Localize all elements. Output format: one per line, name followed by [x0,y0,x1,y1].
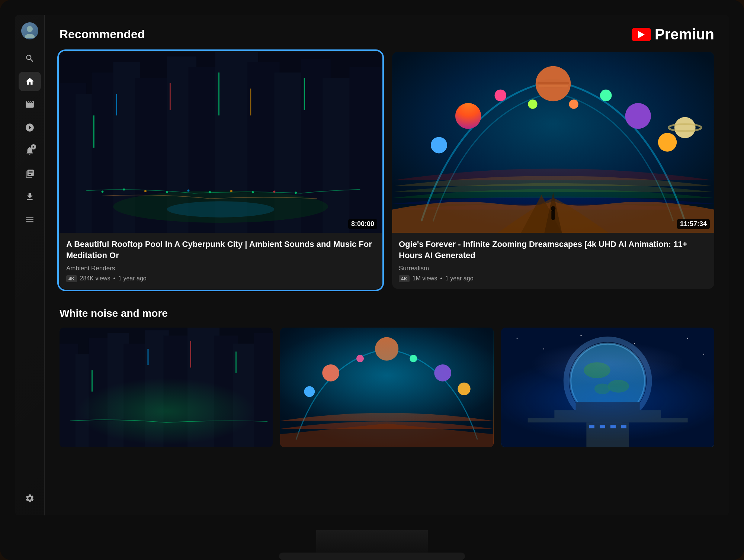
sidebar-item-settings[interactable] [19,489,41,508]
svg-rect-71 [235,351,237,373]
youtube-play-icon [638,31,645,38]
settings-icon [25,493,35,503]
svg-point-87 [703,354,704,355]
svg-point-83 [543,348,544,349]
svg-point-89 [570,343,645,418]
video-title-v2: Ogie's Forever - Infinite Zooming Dreams… [399,239,708,261]
svg-point-85 [634,343,635,344]
sidebar-item-notifications[interactable]: 5 [19,141,41,160]
svg-point-49 [569,100,578,109]
svg-point-80 [410,355,417,362]
yt-premium-badge[interactable]: Premiun [632,26,714,43]
small-video-card-2[interactable] [280,328,493,447]
sm-space-svg [501,328,714,447]
svg-rect-100 [610,425,615,428]
video-title-v1: A Beautiful Rooftop Pool In A Cyberpunk … [66,239,375,261]
svg-point-0 [27,26,33,32]
thumbnail-dreamscape: 11:57:34 [392,52,714,233]
svg-rect-69 [147,349,148,365]
svg-point-42 [455,103,481,129]
separator-v1: • [113,275,115,282]
svg-point-78 [458,382,471,395]
svg-rect-66 [233,343,260,447]
svg-rect-67 [254,333,273,447]
svg-point-88 [570,343,645,418]
svg-point-48 [528,100,537,109]
dreamscape-illustration [392,52,714,233]
svg-point-86 [687,338,688,339]
svg-rect-64 [187,328,219,447]
svg-rect-39 [537,82,569,84]
header-row: Recommended Premiun [60,26,714,43]
age-v2: 1 year ago [445,275,474,282]
age-v1: 1 year ago [118,275,147,282]
svg-rect-98 [589,425,594,428]
svg-point-75 [323,364,340,381]
svg-rect-65 [214,335,238,447]
svg-rect-59 [89,338,113,447]
svg-rect-96 [575,402,639,413]
svg-rect-68 [92,370,93,391]
sidebar-item-menu[interactable] [19,210,41,229]
svg-rect-56 [60,328,273,447]
svg-rect-54 [551,210,555,220]
svg-point-82 [516,338,517,339]
sidebar-item-downloads[interactable] [19,187,41,206]
tv-stand [316,530,428,560]
video-meta-v2: 4K 1M views • 1 year ago [399,275,708,282]
white-noise-section: White noise and more [60,308,714,447]
home-icon [25,77,35,86]
sidebar-item-home[interactable] [19,72,41,91]
downloads-icon [25,192,35,202]
tv-bezel: 5 [0,0,744,560]
sidebar: 5 [15,15,45,515]
svg-point-47 [600,90,612,101]
quality-badge-v2: 4K [399,275,410,282]
avatar[interactable] [21,22,38,39]
duration-badge-v2: 11:57:34 [677,219,710,229]
search-icon [25,54,35,63]
svg-point-55 [551,206,556,211]
video-grid-recommended: 8:00:00 A Beautiful Rooftop Pool In A Cy… [60,52,714,289]
video-card-cyberpunk[interactable]: 8:00:00 A Beautiful Rooftop Pool In A Cy… [60,52,382,289]
video-card-dreamscape[interactable]: 11:57:34 Ogie's Forever - Infinite Zoomi… [392,52,714,289]
svg-point-90 [584,362,610,378]
svg-point-45 [658,133,677,151]
thumb-sm-1 [60,328,273,447]
svg-rect-97 [586,422,629,447]
svg-rect-95 [554,410,661,418]
sidebar-item-library[interactable] [19,164,41,183]
video-info-v2: Ogie's Forever - Infinite Zooming Dreams… [392,233,714,289]
svg-point-79 [356,355,364,362]
library-icon [25,169,35,178]
sidebar-item-subscriptions[interactable] [19,118,41,137]
svg-rect-72 [60,328,273,447]
svg-rect-40 [539,85,568,87]
section-title-white-noise: White noise and more [60,308,714,319]
svg-point-43 [625,103,651,129]
svg-rect-58 [76,354,92,447]
svg-point-77 [304,386,315,397]
movies-icon [25,100,35,109]
sidebar-item-search[interactable] [19,49,41,68]
youtube-logo [632,28,651,41]
separator-v2: • [440,275,442,282]
duration-badge-v1: 8:00:00 [348,219,377,229]
thumb-sm-2 [280,328,493,447]
svg-rect-81 [501,328,714,447]
svg-point-74 [375,337,398,360]
thumb-sm-3 [501,328,714,447]
thumb-cyberpunk-bg [60,52,382,233]
svg-rect-62 [145,330,169,447]
svg-point-84 [580,335,581,336]
page-title: Recommended [60,28,145,41]
small-video-card-1[interactable] [60,328,273,447]
svg-point-46 [495,90,506,101]
svg-point-76 [434,364,452,381]
sidebar-item-movies[interactable] [19,95,41,114]
svg-rect-101 [621,425,626,428]
quality-badge-v1: 4K [66,275,77,282]
video-meta-v1: 4K 284K views • 1 year ago [66,275,375,282]
small-video-card-3[interactable] [501,328,714,447]
svg-point-44 [431,137,447,153]
